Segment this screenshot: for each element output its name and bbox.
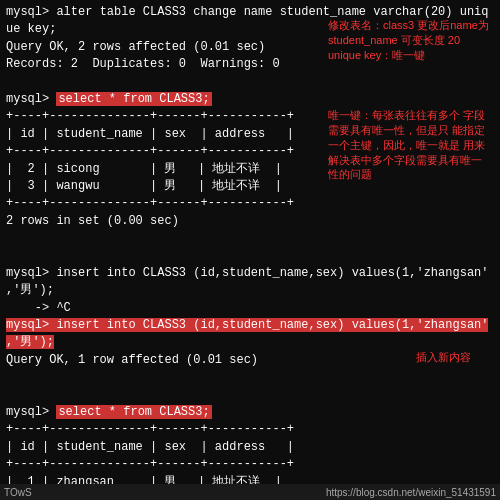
annotation-unique-key: 唯一键：每张表往往有多个 字段需要具有唯一性，但是只 能指定一个主键，因此，唯一… bbox=[328, 108, 496, 182]
line-25: +----+--------------+------+-----------+ bbox=[6, 421, 494, 438]
annotation-insert: 插入新内容 bbox=[416, 350, 496, 365]
line-blank-5 bbox=[6, 387, 494, 404]
line-blank-1 bbox=[6, 74, 494, 91]
bottom-left-text: TOwS bbox=[4, 487, 32, 498]
line-13: 2 rows in set (0.00 sec) bbox=[6, 213, 494, 230]
line-26: | id | student_name | sex | address | bbox=[6, 439, 494, 456]
terminal: mysql> alter table CLASS3 change name st… bbox=[0, 0, 500, 500]
line-16: mysql> insert into CLASS3 (id,student_na… bbox=[6, 265, 494, 282]
bottom-right-url: https://blog.csdn.net/weixin_51431591 bbox=[326, 487, 496, 498]
line-19: mysql> insert into CLASS3 (id,student_na… bbox=[6, 317, 494, 334]
annotation-alter-table: 修改表名：class3 更改后name为 student_name 可变长度 2… bbox=[328, 18, 496, 63]
line-6: mysql> select * from CLASS3; bbox=[6, 91, 494, 108]
line-18: -> ^C bbox=[6, 300, 494, 317]
line-blank-2 bbox=[6, 230, 494, 247]
bottom-bar: TOwS https://blog.csdn.net/weixin_514315… bbox=[0, 484, 500, 500]
line-17: ,'男'); bbox=[6, 282, 494, 299]
line-blank-4 bbox=[6, 369, 494, 386]
line-blank-3 bbox=[6, 247, 494, 264]
line-24: mysql> select * from CLASS3; bbox=[6, 404, 494, 421]
line-27: +----+--------------+------+-----------+ bbox=[6, 456, 494, 473]
line-12: +----+--------------+------+-----------+ bbox=[6, 195, 494, 212]
